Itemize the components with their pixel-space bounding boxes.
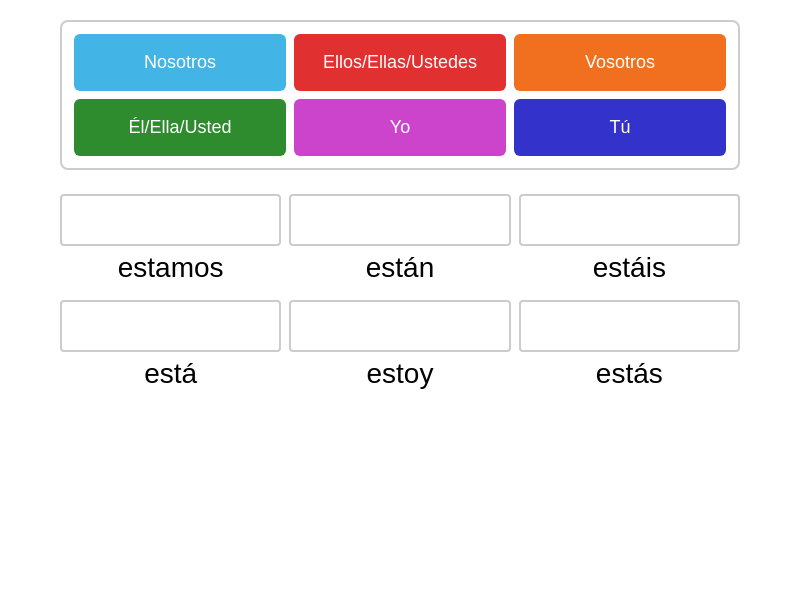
tile-yo[interactable]: Yo [294,99,506,156]
drop-zone-estan[interactable] [289,194,510,246]
tile-tu[interactable]: Tú [514,99,726,156]
match-label-estas: estás [596,358,663,390]
match-item-esta: está [60,300,281,390]
tile-nosotros[interactable]: Nosotros [74,34,286,91]
tile-el[interactable]: Él/Ella/Usted [74,99,286,156]
tiles-container: Nosotros Ellos/Ellas/Ustedes Vosotros Él… [60,20,740,170]
tile-vosotros[interactable]: Vosotros [514,34,726,91]
tiles-row-2: Él/Ella/Usted Yo Tú [74,99,726,156]
main-container: Nosotros Ellos/Ellas/Ustedes Vosotros Él… [0,0,800,410]
match-item-estan: están [289,194,510,284]
match-item-estoy: estoy [289,300,510,390]
drop-zone-estas[interactable] [519,300,740,352]
matching-row-2: está estoy estás [60,300,740,390]
match-label-esta: está [144,358,197,390]
match-item-estas: estás [519,300,740,390]
tile-ellos[interactable]: Ellos/Ellas/Ustedes [294,34,506,91]
matching-section: estamos están estáis está estoy [60,194,740,390]
match-label-estais: estáis [593,252,666,284]
drop-zone-estamos[interactable] [60,194,281,246]
match-item-estais: estáis [519,194,740,284]
match-label-estoy: estoy [367,358,434,390]
match-item-estamos: estamos [60,194,281,284]
match-label-estan: están [366,252,435,284]
tiles-row-1: Nosotros Ellos/Ellas/Ustedes Vosotros [74,34,726,91]
match-label-estamos: estamos [118,252,224,284]
drop-zone-estais[interactable] [519,194,740,246]
matching-row-1: estamos están estáis [60,194,740,284]
drop-zone-esta[interactable] [60,300,281,352]
drop-zone-estoy[interactable] [289,300,510,352]
